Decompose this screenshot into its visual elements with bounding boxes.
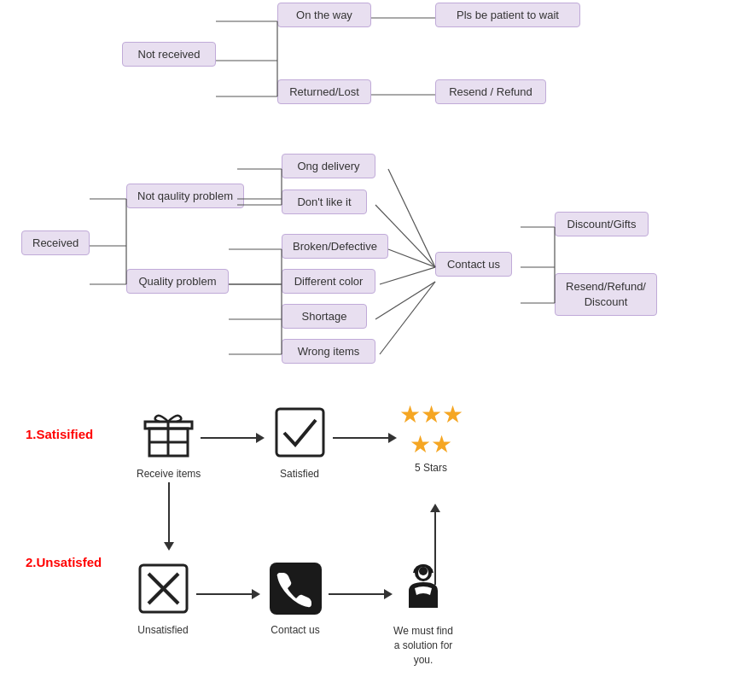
svg-rect-38	[270, 563, 322, 615]
svg-line-20	[388, 169, 435, 267]
gift-icon	[138, 401, 200, 463]
satisfied-label: 1.Satisified	[26, 427, 93, 441]
returned-lost-box: Returned/Lost	[277, 79, 371, 104]
person-icon	[393, 557, 454, 619]
svg-rect-34	[276, 409, 323, 456]
not-received-box: Not received	[122, 42, 216, 67]
svg-line-22	[388, 249, 435, 267]
arrow-receive-satisfied	[201, 433, 265, 443]
shortage-box: Shortage	[282, 304, 367, 329]
contact-us-box: Contact us	[435, 252, 512, 277]
five-stars-icon-box: ★ ★ ★ ★ ★ 5 Stars	[397, 401, 465, 474]
diff-color-box: Different color	[282, 269, 375, 294]
bottom-section: 1.Satisified 2.Unsatisfed Receive items	[0, 393, 739, 700]
connector-lines	[0, 0, 739, 393]
x-box-icon	[132, 557, 194, 619]
solution-label: We must find a solution for you.	[393, 624, 453, 667]
five-stars-label: 5 Stars	[415, 462, 447, 474]
arrow-contact-person	[329, 589, 393, 599]
stars-icon: ★ ★ ★ ★ ★	[397, 401, 465, 457]
dont-like-box: Don't like it	[282, 190, 367, 214]
resend-refund-discount-box: Resend/Refund/ Discount	[555, 273, 657, 316]
receive-items-label: Receive items	[137, 468, 201, 480]
phone-icon	[265, 557, 326, 619]
ong-delivery-box: Ong delivery	[282, 154, 375, 178]
svg-point-41	[419, 567, 428, 575]
arrow-satisfied-stars	[333, 433, 397, 443]
resend-refund-top-box: Resend / Refund	[435, 79, 546, 104]
broken-box: Broken/Defective	[282, 234, 388, 259]
unsatisfied-label-text: Unsatisfied	[137, 624, 188, 636]
unsatisfied-label: 2.Unsatisfed	[26, 555, 102, 569]
person-icon-box: We must find a solution for you.	[393, 557, 454, 667]
quality-box: Quality problem	[126, 269, 229, 294]
contact-us-icon-box: Contact us	[265, 557, 326, 636]
arrow-receive-unsatisfied	[164, 482, 174, 551]
svg-line-24	[375, 282, 435, 319]
satisfied-icon-box: Satisfied	[269, 401, 330, 480]
flowchart-section: Not received On the way Pls be patient t…	[0, 0, 739, 393]
on-the-way-box: On the way	[277, 3, 371, 27]
pls-patient-box: Pls be patient to wait	[435, 3, 580, 27]
wrong-items-box: Wrong items	[282, 339, 375, 364]
unsatisfied-icon-box: Unsatisfied	[132, 557, 194, 636]
arrow-unsatisfied-contact	[196, 589, 260, 599]
received-box: Received	[21, 230, 90, 255]
satisfied-label-text: Satisfied	[280, 468, 319, 480]
svg-line-23	[380, 267, 435, 284]
checkmark-icon	[269, 401, 330, 463]
contact-us-label: Contact us	[271, 624, 319, 636]
receive-items-icon-box: Receive items	[137, 401, 201, 480]
discount-gifts-box: Discount/Gifts	[555, 212, 649, 236]
not-quality-box: Not qaulity problem	[126, 184, 244, 208]
svg-line-25	[380, 282, 435, 354]
